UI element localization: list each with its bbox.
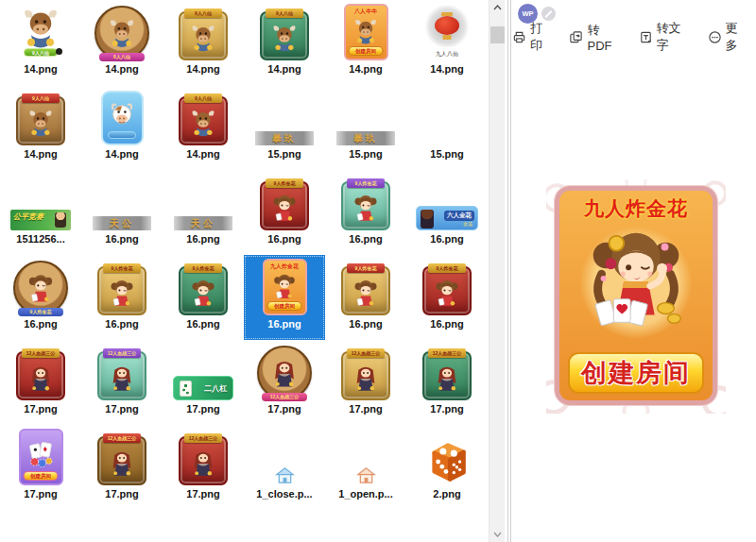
file-thumbnail: 暴玖 <box>332 87 400 145</box>
game-card-art: 八人牛牛创建房间 <box>344 4 388 60</box>
tile-ribbon-label: 12人血战三公 <box>428 348 466 358</box>
tile-ribbon-label: 12人血战三公 <box>22 348 60 358</box>
file-item[interactable]: 14.png <box>81 85 163 170</box>
file-thumbnail: 12人血战三公 <box>332 342 400 400</box>
file-name: 17.png <box>24 488 57 500</box>
file-name: 14.png <box>349 63 382 76</box>
bull-character-art <box>187 22 219 56</box>
file-item[interactable]: 1_open.p... <box>325 425 406 510</box>
file-item[interactable]: 9人炸金花16.png <box>325 170 406 255</box>
file-thumbnail: 12人血战三公 <box>413 342 481 400</box>
girl-character-art <box>24 271 58 307</box>
file-item[interactable]: 创建房间17.png <box>0 425 81 510</box>
file-item[interactable]: 9人炸金花16.png <box>0 255 81 340</box>
file-item[interactable]: 1_close.p... <box>244 425 325 510</box>
scrollbar-thumb[interactable] <box>490 26 505 43</box>
convert-text-button[interactable]: 转文字 <box>639 20 692 54</box>
dice-art <box>423 438 471 485</box>
file-item[interactable]: 12人血战三公17.png <box>163 425 244 510</box>
tile-ribbon-label: 9人炸金花 <box>103 263 141 273</box>
file-thumbnail <box>413 87 481 145</box>
more-button[interactable]: 更多 <box>708 20 748 54</box>
girl-character-art <box>106 277 138 311</box>
game-tile-art: 9人八仙 <box>260 11 309 60</box>
file-name: 1_close.p... <box>256 488 312 500</box>
file-thumbnail: 创建房间 <box>7 427 75 485</box>
file-name: 15.png <box>267 148 301 161</box>
woman-character-art <box>187 447 219 481</box>
file-item[interactable]: 12人血战三公17.png <box>0 340 81 425</box>
file-item-selected[interactable]: 九人炸金花创建房间16.png <box>244 255 325 340</box>
game-tile-art: 12人血战三公 <box>341 351 390 400</box>
file-item[interactable]: 二八杠17.png <box>163 340 244 425</box>
file-thumbnail: 9人八仙 <box>7 2 75 60</box>
bull-character-art <box>268 22 301 56</box>
file-grid: 9人八仙14.png8人八仙14.png9人八仙14.png9人八仙14.png… <box>0 0 489 542</box>
file-item[interactable]: 天公16.png <box>81 170 163 255</box>
file-name: 17.png <box>105 488 138 500</box>
file-name: 16.png <box>105 233 138 246</box>
medallion-ribbon-label: 8人八仙 <box>99 53 145 61</box>
preview-create-room-button-art: 创建房间 <box>568 352 704 394</box>
game-tile-art: 9人八仙 <box>179 96 228 145</box>
file-item[interactable]: 天公16.png <box>163 170 244 255</box>
file-item[interactable]: 9人炸金花16.png <box>244 170 325 255</box>
file-name: 16.png <box>349 318 382 330</box>
bull-character-art <box>187 107 219 141</box>
file-thumbnail: 六人金花金花 <box>413 172 481 230</box>
file-item[interactable]: 9人炸金花16.png <box>325 255 406 340</box>
file-item[interactable]: 15.png <box>406 85 488 170</box>
medallion-art: 9人炸金花 <box>13 261 68 315</box>
file-item[interactable]: 12人血战三公17.png <box>406 340 488 425</box>
scrollbar-up-icon[interactable] <box>490 0 506 15</box>
convert-pdf-button[interactable]: 转PDF <box>569 22 622 53</box>
file-item[interactable]: 9人炸金花16.png <box>406 255 488 340</box>
file-item[interactable]: 12人血战三公17.png <box>325 340 406 425</box>
banner-label: 二八杠 <box>204 383 227 394</box>
file-item[interactable]: 9人八仙14.png <box>244 0 325 85</box>
file-item[interactable]: 8人八仙14.png <box>81 0 163 85</box>
game-tile-art: 9人炸金花 <box>341 266 390 315</box>
file-item[interactable]: 九人八仙14.png <box>406 0 488 85</box>
file-item[interactable]: 12人血战三公17.png <box>81 425 163 510</box>
file-item[interactable]: 2.png <box>406 425 488 510</box>
scrollbar[interactable] <box>489 0 505 542</box>
house-icon <box>355 466 377 485</box>
file-name: 14.png <box>105 63 138 76</box>
file-item[interactable]: 12人血战三公17.png <box>244 340 325 425</box>
file-item[interactable]: 八人牛牛创建房间14.png <box>325 0 406 85</box>
file-item[interactable]: 六人金花金花16.png <box>406 170 488 255</box>
file-item[interactable]: 暴玖15.png <box>325 85 406 170</box>
file-item[interactable]: 公平竞赛1511256... <box>0 170 81 255</box>
action-label: 打印 <box>530 20 553 54</box>
file-name: 16.png <box>267 318 301 330</box>
file-thumbnail: 9人八仙 <box>169 2 237 60</box>
file-item[interactable]: 9人八仙14.png <box>163 85 244 170</box>
file-item[interactable]: 9人炸金花16.png <box>81 255 163 340</box>
bull-character-art <box>15 6 66 53</box>
convert-text-icon <box>639 30 653 44</box>
girl-character-art <box>350 277 382 311</box>
file-item[interactable]: 9人八仙14.png <box>0 85 81 170</box>
preview-card-art: 九人炸金花 <box>555 186 717 405</box>
bomb-icon <box>56 48 62 55</box>
file-item[interactable]: 9人八仙14.png <box>0 0 81 85</box>
card-title-label: 八人牛牛 <box>354 8 377 16</box>
file-thumbnail: 12人血战三公 <box>88 427 156 485</box>
file-item[interactable]: 暴玖15.png <box>244 85 325 170</box>
tile-ribbon-label: 9人炸金花 <box>266 178 303 188</box>
scrollbar-down-icon[interactable] <box>490 527 506 542</box>
file-name: 15.png <box>430 148 463 161</box>
tile-ribbon-label: 12人血战三公 <box>103 348 141 358</box>
file-thumbnail: 公平竞赛 <box>7 172 75 230</box>
file-item[interactable]: 12人血战三公17.png <box>81 340 163 425</box>
girl-character-art <box>187 277 219 311</box>
file-item[interactable]: 9人八仙14.png <box>163 0 244 85</box>
file-item[interactable]: 9人炸金花16.png <box>163 255 244 340</box>
file-thumbnail: 9人炸金花 <box>332 257 400 315</box>
file-name: 16.png <box>24 318 57 330</box>
file-name: 14.png <box>430 63 463 76</box>
file-name: 17.png <box>186 403 219 415</box>
lantern-label: 九人八仙 <box>420 50 474 59</box>
printer-button[interactable]: 打印 <box>512 20 553 54</box>
